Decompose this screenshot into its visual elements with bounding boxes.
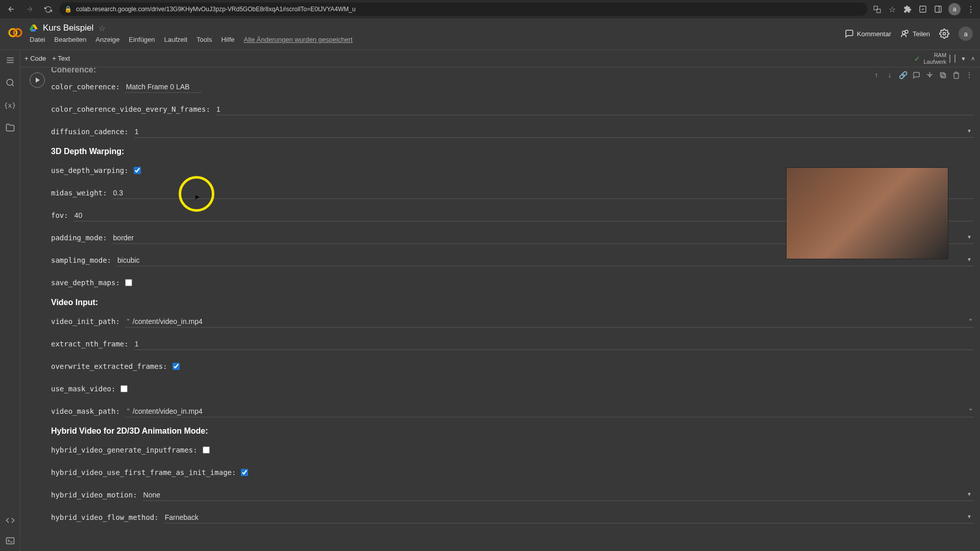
- overwrite-extracted-frames-checkbox[interactable]: [173, 363, 180, 370]
- color-coherence-video-label: color_coherence_video_every_N_frames:: [51, 105, 210, 113]
- variables-icon[interactable]: {x}: [5, 100, 15, 110]
- toc-icon[interactable]: [5, 55, 15, 65]
- chevron-down-icon: ▼: [967, 514, 972, 519]
- play-icon: [36, 78, 40, 83]
- hybrid-heading: Hybrid Video for 2D/3D Animation Mode:: [51, 427, 974, 436]
- search-icon[interactable]: [5, 78, 15, 88]
- color-coherence-video-input[interactable]: [215, 104, 974, 115]
- svg-point-12: [7, 79, 13, 85]
- document-title[interactable]: Kurs Beispiel: [43, 23, 93, 33]
- drive-icon: [30, 24, 38, 32]
- use-depth-warping-checkbox[interactable]: [134, 167, 141, 174]
- share-label: Teilen: [913, 30, 930, 38]
- svg-point-8: [943, 33, 946, 35]
- code-snippets-icon[interactable]: [5, 515, 15, 525]
- extensions-icon[interactable]: [902, 4, 913, 14]
- forward-button[interactable]: [22, 2, 37, 16]
- sampling-mode-label: sampling_mode:: [51, 256, 111, 264]
- browser-bar: 🔒 colab.research.google.com/drive/13G9KH…: [0, 0, 980, 18]
- menu-bar: Datei Bearbeiten Anzeige Einfügen Laufze…: [30, 36, 839, 43]
- hybrid-generate-checkbox[interactable]: [203, 446, 210, 454]
- svg-line-13: [12, 84, 13, 86]
- fov-label: fov:: [51, 211, 68, 219]
- left-sidebar: {x}: [0, 50, 20, 551]
- hybrid-motion-label: hybrid_video_motion:: [51, 491, 137, 499]
- extract-nth-frame-label: extract_nth_frame:: [51, 340, 129, 348]
- user-avatar[interactable]: a: [959, 27, 973, 41]
- webcam-overlay: [786, 167, 948, 259]
- share-icon: [900, 29, 910, 38]
- colab-header: Kurs Beispiel ☆ Datei Bearbeiten Anzeige…: [0, 18, 980, 50]
- hybrid-flow-select[interactable]: Farneback▼: [164, 512, 974, 523]
- add-code-button[interactable]: + Code: [24, 55, 46, 62]
- hybrid-first-frame-label: hybrid_video_use_first_frame_as_init_ima…: [51, 468, 236, 477]
- translate-icon[interactable]: [872, 4, 882, 14]
- runtime-status[interactable]: ✓ RAM Laufwerk: [914, 52, 955, 64]
- use-depth-warping-label: use_depth_warping:: [51, 166, 129, 174]
- use-mask-video-label: use_mask_video:: [51, 385, 115, 393]
- padding-mode-label: padding_mode:: [51, 234, 107, 242]
- video-mask-path-input[interactable]: [132, 406, 967, 417]
- menu-hilfe[interactable]: Hilfe: [221, 36, 234, 43]
- comment-label: Kommentar: [857, 30, 891, 38]
- terminal-icon[interactable]: [5, 536, 15, 546]
- back-button[interactable]: [4, 2, 18, 16]
- midas-weight-label: midas_weight:: [51, 189, 107, 197]
- comment-icon: [845, 29, 854, 38]
- checkmark-icon[interactable]: [918, 4, 928, 14]
- svg-rect-14: [6, 538, 14, 544]
- browser-profile-avatar[interactable]: a: [948, 3, 961, 15]
- use-mask-video-checkbox[interactable]: [120, 385, 128, 392]
- sidepanel-icon[interactable]: [933, 4, 943, 14]
- browser-menu-icon[interactable]: ⋮: [966, 4, 976, 14]
- menu-datei[interactable]: Datei: [30, 36, 45, 43]
- menu-bearbeiten[interactable]: Bearbeiten: [54, 36, 86, 43]
- video-heading: Video Input:: [51, 298, 974, 307]
- reload-button[interactable]: [41, 2, 55, 16]
- star-button[interactable]: ☆: [99, 23, 106, 33]
- files-icon[interactable]: [5, 122, 15, 133]
- chevron-down-icon: ▼: [967, 234, 972, 240]
- ram-label: RAM: [923, 52, 946, 58]
- hybrid-first-frame-checkbox[interactable]: [241, 469, 248, 476]
- gear-icon: [939, 29, 949, 39]
- hybrid-flow-label: hybrid_video_flow_method:: [51, 513, 159, 521]
- video-mask-path-label: video_mask_path:: [51, 407, 120, 415]
- color-coherence-label: color_coherence:: [51, 83, 120, 91]
- quote-open: ": [125, 317, 132, 325]
- quote-open: ": [125, 407, 132, 415]
- menu-anzeige[interactable]: Anzeige: [95, 36, 119, 43]
- menu-tools[interactable]: Tools: [197, 36, 212, 43]
- url-bar[interactable]: 🔒 colab.research.google.com/drive/13G9KH…: [59, 3, 868, 16]
- quote-close: ": [967, 317, 974, 325]
- colab-logo[interactable]: [7, 24, 23, 41]
- url-text: colab.research.google.com/drive/13G9KHyM…: [76, 6, 863, 13]
- runtime-label: Laufwerk: [923, 59, 946, 65]
- menu-laufzeit[interactable]: Laufzeit: [164, 36, 188, 43]
- hybrid-motion-select[interactable]: None▼: [142, 489, 974, 501]
- chevron-down-icon: ▼: [967, 128, 972, 134]
- settings-button[interactable]: [939, 29, 949, 39]
- ram-bars-icon: [949, 55, 955, 63]
- toolbar: + Code + Text ✓ RAM Laufwerk ▼ ʌ: [0, 50, 980, 67]
- run-cell-button[interactable]: [30, 72, 45, 88]
- chevron-down-icon: ▼: [967, 491, 972, 497]
- quote-close: ": [967, 407, 974, 415]
- runtime-dropdown[interactable]: ▼: [961, 56, 966, 62]
- extract-nth-frame-input[interactable]: [134, 338, 974, 350]
- main-content: ↑ ↓ 🔗 ⋮ Coherence: color_coherence: Matc…: [20, 67, 980, 551]
- save-depth-maps-label: save_depth_maps:: [51, 279, 120, 287]
- video-init-path-input[interactable]: [132, 316, 967, 327]
- save-depth-maps-checkbox[interactable]: [125, 279, 132, 286]
- svg-point-6: [14, 29, 21, 37]
- diffusion-cadence-select[interactable]: 1▼: [134, 126, 974, 138]
- add-text-button[interactable]: + Text: [52, 55, 70, 62]
- collapse-sidebar[interactable]: ʌ: [971, 55, 975, 62]
- menu-einfuegen[interactable]: Einfügen: [129, 36, 155, 43]
- bookmark-icon[interactable]: ☆: [887, 4, 897, 14]
- comment-button[interactable]: Kommentar: [845, 29, 891, 38]
- check-icon: ✓: [914, 55, 920, 63]
- saved-status[interactable]: Alle Änderungen wurden gespeichert: [243, 36, 352, 43]
- share-button[interactable]: Teilen: [900, 29, 930, 38]
- color-coherence-value[interactable]: Match Frame 0 LAB: [125, 81, 202, 93]
